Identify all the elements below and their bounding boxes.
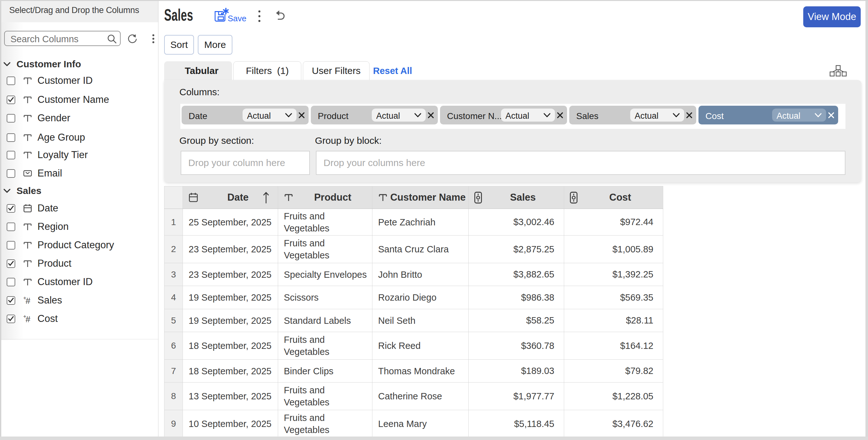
svg-text:+: + — [23, 314, 26, 319]
svg-text:+: + — [23, 295, 26, 301]
